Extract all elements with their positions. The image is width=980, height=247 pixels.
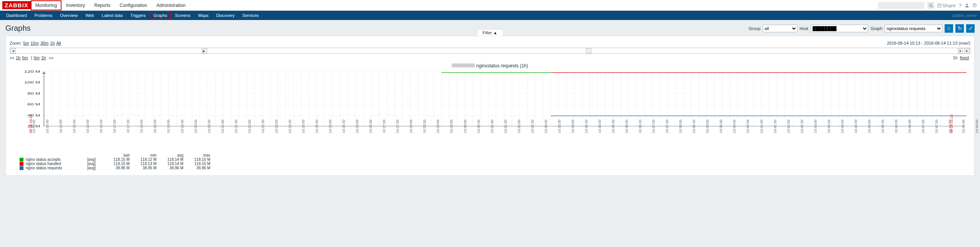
- legend-max: 38.96 M: [183, 166, 210, 170]
- zabbix-logo: ZABBIX: [2, 1, 31, 9]
- subnav-item-maps[interactable]: Maps: [194, 11, 212, 20]
- legend-max: 118.15 M: [183, 157, 210, 162]
- chart-area: nginxstatus requests (1h) 20 M40 M60 M80…: [10, 63, 970, 172]
- topnav-item-administration[interactable]: Administration: [152, 0, 190, 10]
- x-end-label: 08-14 11:13: [950, 115, 953, 133]
- subnav-item-web[interactable]: Web: [82, 11, 98, 20]
- subnav-item-graphs[interactable]: Graphs: [150, 11, 171, 20]
- x-label: 10:43:00: [814, 120, 827, 133]
- x-label: 10:40:00: [732, 120, 746, 133]
- scroll-left-button[interactable]: ◂: [10, 48, 16, 53]
- nav-sep: |: [31, 55, 32, 60]
- scroll-play-button[interactable]: ▸: [958, 48, 963, 53]
- x-label: 10:33:30: [557, 120, 571, 133]
- scroll-handle-left[interactable]: ◂: [202, 48, 207, 53]
- refresh-button[interactable]: ↻: [955, 24, 964, 33]
- x-label: 10:26:00: [355, 120, 369, 133]
- legend-avg: 118.14 M: [156, 162, 183, 166]
- help-icon[interactable]: ?: [959, 3, 962, 8]
- legend-row: nginx status handled [avg] 118.15 M 118.…: [20, 162, 967, 166]
- legend-name: nginx status handled: [26, 162, 87, 166]
- search-icon[interactable]: [927, 2, 934, 9]
- group-label: Group: [749, 26, 760, 31]
- user-icon[interactable]: [965, 3, 969, 8]
- scroll-right-button[interactable]: ▸: [964, 48, 970, 53]
- subnav-item-latest-data[interactable]: Latest data: [98, 11, 126, 20]
- sub-nav: DashboardProblemsOverviewWebLatest dataT…: [0, 11, 980, 20]
- scroll-handle-mid[interactable]: [586, 48, 591, 53]
- nav-dbl-left[interactable]: ««: [10, 55, 14, 60]
- power-icon[interactable]: [972, 3, 977, 8]
- zoom-option-all[interactable]: All: [57, 41, 61, 45]
- graph-select[interactable]: nginxstatus requests: [885, 25, 942, 32]
- x-label: 10:32:00: [517, 120, 531, 133]
- x-label: 10:31:00: [490, 120, 504, 133]
- topnav-item-inventory[interactable]: Inventory: [62, 0, 90, 10]
- legend-h-max: max: [183, 153, 210, 157]
- x-label: 10:30:30: [477, 120, 491, 133]
- x-label: 10:38:30: [692, 120, 706, 133]
- x-label: 10:24:30: [315, 120, 329, 133]
- host-select[interactable]: ████████: [810, 25, 868, 32]
- x-label: 10:25:30: [342, 120, 356, 133]
- x-label: 10:19:00: [166, 120, 180, 133]
- top-right-controls: Share ?: [878, 0, 977, 11]
- subnav-item-problems[interactable]: Problems: [31, 11, 56, 20]
- share-link[interactable]: Share: [937, 3, 956, 8]
- x-label: 10:21:00: [221, 120, 235, 133]
- filter-tab[interactable]: Filter ▲: [477, 29, 503, 36]
- subnav-item-discovery[interactable]: Discovery: [212, 11, 238, 20]
- subnav-item-dashboard[interactable]: Dashboard: [2, 11, 31, 20]
- topnav-item-monitoring[interactable]: Monitoring: [31, 0, 62, 10]
- legend-avg: 118.14 M: [156, 157, 183, 162]
- zoom-row: Zoom: 5m15m30m1hAll 2018-08-14 10:13 - 2…: [10, 40, 970, 46]
- nav-dbl-right[interactable]: »»: [49, 55, 53, 60]
- subnav-item-screens[interactable]: Screens: [171, 11, 194, 20]
- nav-left-1h[interactable]: 1h: [16, 55, 20, 60]
- x-label: 10:29:00: [436, 120, 450, 133]
- nav-right-5m[interactable]: 5m: [34, 55, 40, 60]
- x-label: 10:19:30: [180, 120, 194, 133]
- legend-h-agg: [87, 153, 103, 157]
- search-input[interactable]: [878, 2, 924, 9]
- x-label: 10:24:00: [301, 120, 315, 133]
- nav-left-5m[interactable]: 5m: [22, 55, 28, 60]
- subnav-item-triggers[interactable]: Triggers: [126, 11, 150, 20]
- zoom-links: 5m15m30m1hAll: [23, 41, 63, 45]
- x-label: 10:28:00: [409, 120, 423, 133]
- zoom-option-30m[interactable]: 30m: [40, 41, 48, 45]
- x-label: 10:37:00: [652, 120, 666, 133]
- x-label: 10:42:00: [787, 120, 800, 133]
- topnav-item-configuration[interactable]: Configuration: [115, 0, 151, 10]
- zoom-option-5m[interactable]: 5m: [23, 41, 29, 45]
- legend-min: 118.12 M: [130, 157, 156, 162]
- svg-text:80 M: 80 M: [27, 92, 40, 95]
- favorite-button[interactable]: ☆: [945, 24, 953, 33]
- group-select[interactable]: all: [763, 25, 797, 32]
- x-label: 10:21:30: [234, 120, 248, 133]
- x-label: 10:22:00: [248, 120, 261, 133]
- topnav-item-reports[interactable]: Reports: [90, 0, 115, 10]
- nav-fixed-link[interactable]: fixed: [960, 55, 969, 60]
- subnav-item-services[interactable]: Services: [239, 11, 263, 20]
- time-scrollbar[interactable]: ◂ ◂ ▸ ▸: [10, 48, 970, 54]
- nav-right-1h[interactable]: 1h: [41, 55, 46, 60]
- top-nav: MonitoringInventoryReportsConfigurationA…: [31, 0, 190, 10]
- legend-color-swatch: [20, 162, 23, 166]
- legend-last: 38.96 M: [103, 166, 130, 170]
- chart-title-text: nginxstatus requests (1h): [476, 63, 528, 68]
- legend-max: 118.15 M: [183, 162, 210, 166]
- legend-name: nginx status requests: [26, 166, 87, 170]
- legend-min: 118.13 M: [130, 162, 156, 166]
- x-label: 10:46:30: [908, 120, 922, 133]
- x-label: 10:18:00: [140, 120, 153, 133]
- legend-h-name: [26, 153, 87, 157]
- legend-avg: 38.96 M: [156, 166, 183, 170]
- chart-title: nginxstatus requests (1h): [13, 63, 967, 68]
- x-label: 10:48:30: [962, 120, 975, 133]
- zoom-option-15m[interactable]: 15m: [30, 41, 38, 45]
- zoom-label: Zoom:: [10, 41, 22, 45]
- zoom-option-1h[interactable]: 1h: [50, 41, 55, 45]
- subnav-item-overview[interactable]: Overview: [56, 11, 82, 20]
- fullscreen-button[interactable]: ⤢: [966, 24, 975, 33]
